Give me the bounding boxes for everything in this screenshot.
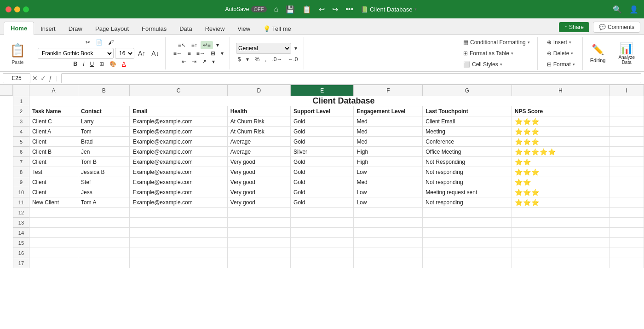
comments-button[interactable]: 💬 Comments bbox=[593, 22, 640, 33]
col-header-i[interactable]: I bbox=[610, 85, 644, 96]
cell-c4[interactable]: Example@example.com bbox=[130, 127, 227, 137]
percent-button[interactable]: % bbox=[252, 55, 262, 63]
save-icon[interactable]: 💾 bbox=[286, 5, 295, 14]
cell-g9[interactable]: Not responding bbox=[423, 177, 512, 187]
cell-d6[interactable]: Average bbox=[227, 147, 290, 157]
cell-h9[interactable]: ⭐⭐ bbox=[512, 177, 609, 187]
cell-g8[interactable]: Not responding bbox=[423, 167, 512, 177]
cell-g2[interactable]: Last Touchpoint bbox=[423, 106, 512, 116]
shrink-font-button[interactable]: A↓ bbox=[149, 49, 161, 58]
delete-button[interactable]: ⊖ Delete ▾ bbox=[543, 49, 577, 58]
cell-a10[interactable]: Client bbox=[29, 187, 78, 197]
col-header-c[interactable]: C bbox=[130, 85, 227, 96]
cell-h11[interactable]: ⭐⭐⭐ bbox=[512, 197, 609, 208]
cell-c7[interactable]: Example@example.com bbox=[130, 157, 227, 167]
underline-button[interactable]: U bbox=[88, 60, 97, 68]
redo-icon[interactable]: ↪ bbox=[332, 5, 338, 14]
cell-a2[interactable]: Task Name bbox=[29, 106, 78, 116]
formula-input[interactable] bbox=[61, 73, 641, 83]
tab-page-layout[interactable]: Page Layout bbox=[89, 23, 135, 35]
paste-button[interactable]: 📋 bbox=[7, 42, 28, 59]
cell-d7[interactable]: Very good bbox=[227, 157, 290, 167]
cell-b11[interactable]: Tom A bbox=[78, 197, 130, 208]
search-icon[interactable]: 🔍 bbox=[613, 5, 622, 14]
merge-dropdown-button[interactable]: ▾ bbox=[218, 49, 226, 58]
cell-g3[interactable]: Client Email bbox=[423, 116, 512, 127]
wrap-dropdown-button[interactable]: ▾ bbox=[214, 41, 221, 49]
cell-a5[interactable]: Client bbox=[29, 137, 78, 147]
tab-draw[interactable]: Draw bbox=[62, 23, 89, 35]
col-header-b[interactable]: B bbox=[78, 85, 130, 96]
cell-d9[interactable]: Very good bbox=[227, 177, 290, 187]
cell-d8[interactable]: Very good bbox=[227, 167, 290, 177]
tab-insert[interactable]: Insert bbox=[34, 23, 62, 35]
home-icon[interactable]: ⌂ bbox=[274, 5, 279, 13]
minimize-button[interactable] bbox=[14, 6, 20, 12]
cell-a4[interactable]: Client A bbox=[29, 127, 78, 137]
col-header-h[interactable]: H bbox=[512, 85, 609, 96]
cell-b3[interactable]: Larry bbox=[78, 116, 130, 127]
cell-e9[interactable]: Gold bbox=[291, 177, 354, 187]
cell-a3[interactable]: Client C bbox=[29, 116, 78, 127]
share-doc-icon[interactable]: 📋 bbox=[302, 5, 311, 14]
cell-h4[interactable]: ⭐⭐⭐ bbox=[512, 127, 609, 137]
col-header-e[interactable]: E bbox=[291, 85, 354, 96]
fill-color-button[interactable]: 🎨 bbox=[107, 60, 119, 68]
col-header-f[interactable]: F bbox=[354, 85, 423, 96]
increase-decimal-button[interactable]: ←.0 bbox=[285, 55, 300, 63]
more-icon[interactable]: ••• bbox=[345, 5, 353, 13]
tab-tell-me[interactable]: 💡 Tell me bbox=[257, 23, 298, 35]
cell-reference-input[interactable] bbox=[3, 73, 30, 83]
tab-view[interactable]: View bbox=[231, 23, 257, 35]
cell-b10[interactable]: Jess bbox=[78, 187, 130, 197]
format-painter-button[interactable]: 🖌 bbox=[106, 38, 116, 46]
cell-i9[interactable] bbox=[610, 177, 644, 187]
format-as-table-button[interactable]: ⊞ Format as Table ▾ bbox=[460, 49, 517, 58]
col-header-d[interactable]: D bbox=[227, 85, 290, 96]
cell-a6[interactable]: Client B bbox=[29, 147, 78, 157]
cell-d11[interactable]: Very good bbox=[227, 197, 290, 208]
number-format-selector[interactable]: General bbox=[236, 43, 291, 54]
cell-f7[interactable]: High bbox=[354, 157, 423, 167]
align-left-button[interactable]: ≡← bbox=[171, 49, 184, 58]
cell-i7[interactable] bbox=[610, 157, 644, 167]
cell-i2[interactable] bbox=[610, 106, 644, 116]
cell-i8[interactable] bbox=[610, 167, 644, 177]
maximize-button[interactable] bbox=[23, 6, 29, 12]
close-button[interactable] bbox=[6, 6, 12, 12]
cell-h10[interactable]: ⭐⭐⭐ bbox=[512, 187, 609, 197]
col-header-a[interactable]: A bbox=[29, 85, 78, 96]
cell-b9[interactable]: Stef bbox=[78, 177, 130, 187]
font-size-selector[interactable]: 16 bbox=[115, 48, 134, 59]
cell-i1[interactable] bbox=[610, 96, 644, 106]
cell-f3[interactable]: Med bbox=[354, 116, 423, 127]
cell-c10[interactable]: Example@example.com bbox=[130, 187, 227, 197]
cell-a7[interactable]: Client bbox=[29, 157, 78, 167]
cell-f2[interactable]: Engagement Level bbox=[354, 106, 423, 116]
cell-styles-button[interactable]: ⬜ Cell Styles ▾ bbox=[460, 60, 506, 69]
cell-b6[interactable]: Jen bbox=[78, 147, 130, 157]
cell-h6[interactable]: ⭐⭐⭐⭐⭐ bbox=[512, 147, 609, 157]
cell-d4[interactable]: At Churn Risk bbox=[227, 127, 290, 137]
cell-b4[interactable]: Tom bbox=[78, 127, 130, 137]
merge-button[interactable]: ⊞ bbox=[208, 49, 218, 58]
cell-f11[interactable]: Low bbox=[354, 197, 423, 208]
align-top-left-button[interactable]: ≡↖ bbox=[176, 41, 188, 49]
undo-icon[interactable]: ↩ bbox=[319, 5, 325, 14]
orientation-dropdown-button[interactable]: ▾ bbox=[210, 58, 217, 66]
currency-button[interactable]: $ bbox=[236, 55, 243, 63]
cell-b7[interactable]: Tom B bbox=[78, 157, 130, 167]
cell-h3[interactable]: ⭐⭐⭐ bbox=[512, 116, 609, 127]
cell-e4[interactable]: Gold bbox=[291, 127, 354, 137]
cell-d5[interactable]: Average bbox=[227, 137, 290, 147]
currency-dropdown[interactable]: ▾ bbox=[244, 55, 251, 63]
share-button[interactable]: ↑ Share bbox=[559, 22, 589, 32]
indent-decrease-button[interactable]: ⇤ bbox=[179, 58, 189, 66]
cell-f10[interactable]: Low bbox=[354, 187, 423, 197]
cell-i10[interactable] bbox=[610, 187, 644, 197]
cell-f8[interactable]: Low bbox=[354, 167, 423, 177]
cell-f9[interactable]: Med bbox=[354, 177, 423, 187]
cell-c2[interactable]: Email bbox=[130, 106, 227, 116]
profile-icon[interactable]: 👤 bbox=[629, 5, 638, 14]
spreadsheet-main[interactable]: A B C D E F G H I 1 Client Database bbox=[13, 85, 644, 329]
